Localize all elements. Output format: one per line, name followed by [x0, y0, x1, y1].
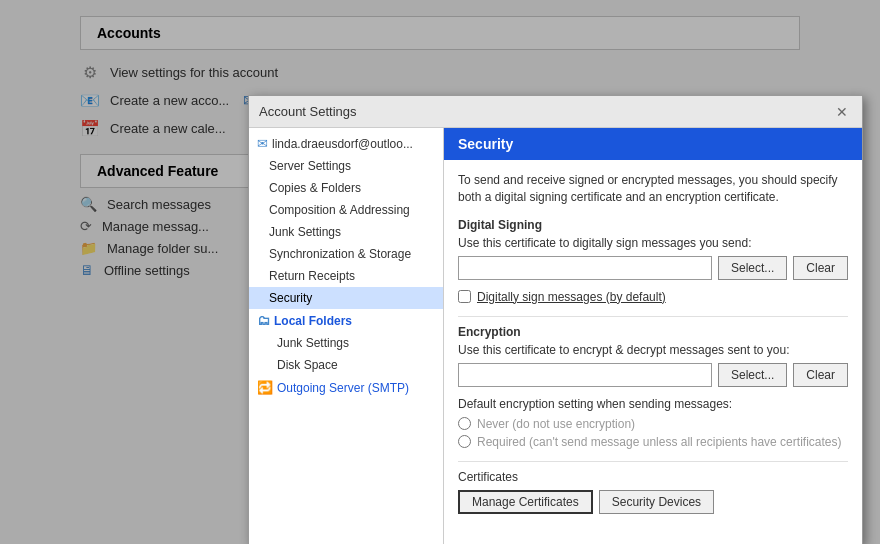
local-folder-icon: 🗂 [257, 313, 270, 328]
digital-signing-select-button[interactable]: Select... [718, 256, 787, 280]
divider2 [458, 461, 848, 462]
digital-signing-input[interactable] [458, 256, 712, 280]
sidebar-item-copies-folders[interactable]: Copies & Folders [249, 177, 443, 199]
digitally-sign-label: Digitally sign messages (by default) [477, 290, 666, 304]
content-panel: Security To send and receive signed or e… [444, 128, 862, 544]
sidebar-item-security[interactable]: Security [249, 287, 443, 309]
digital-signing-title: Digital Signing [458, 218, 848, 232]
digitally-sign-checkbox-row: Digitally sign messages (by default) [458, 290, 848, 304]
certificates-section-title: Certificates [458, 470, 848, 484]
digital-signing-clear-button[interactable]: Clear [793, 256, 848, 280]
close-button[interactable]: ✕ [832, 102, 852, 122]
dialog-body: ✉ linda.draeusdorf@outloo... Server Sett… [249, 128, 862, 544]
encryption-default-label: Default encryption setting when sending … [458, 397, 848, 411]
sidebar-item-junk[interactable]: Junk Settings [249, 221, 443, 243]
sidebar-local-folders[interactable]: 🗂 Local Folders [249, 309, 443, 332]
encryption-label: Use this certificate to encrypt & decryp… [458, 343, 848, 357]
sidebar-item-disk-space[interactable]: Disk Space [249, 354, 443, 376]
digital-signing-label: Use this certificate to digitally sign m… [458, 236, 848, 250]
security-devices-button[interactable]: Security Devices [599, 490, 714, 514]
encryption-title: Encryption [458, 325, 848, 339]
manage-certificates-button[interactable]: Manage Certificates [458, 490, 593, 514]
smtp-icon: 🔁 [257, 380, 273, 395]
sidebar-item-sync[interactable]: Synchronization & Storage [249, 243, 443, 265]
content-body: To send and receive signed or encrypted … [444, 160, 862, 544]
encryption-row: Select... Clear [458, 363, 848, 387]
account-settings-dialog: Account Settings ✕ ✉ linda.draeusdorf@ou… [248, 95, 863, 544]
dialog-title: Account Settings [259, 104, 357, 119]
content-header: Security [444, 128, 862, 160]
sidebar-item-smtp[interactable]: 🔁 Outgoing Server (SMTP) [249, 376, 443, 399]
required-radio-label: Required (can't send message unless all … [477, 435, 841, 449]
account-icon: ✉ [257, 136, 268, 151]
required-radio-row: Required (can't send message unless all … [458, 435, 848, 449]
account-sidebar: ✉ linda.draeusdorf@outloo... Server Sett… [249, 128, 444, 544]
certificates-buttons: Manage Certificates Security Devices [458, 490, 848, 514]
never-radio-label: Never (do not use encryption) [477, 417, 635, 431]
digital-signing-row: Select... Clear [458, 256, 848, 280]
digitally-sign-checkbox[interactable] [458, 290, 471, 303]
never-radio-row: Never (do not use encryption) [458, 417, 848, 431]
sidebar-account-header[interactable]: ✉ linda.draeusdorf@outloo... [249, 132, 443, 155]
sidebar-item-junk-settings[interactable]: Junk Settings [249, 332, 443, 354]
sidebar-item-receipts[interactable]: Return Receipts [249, 265, 443, 287]
divider [458, 316, 848, 317]
encryption-radio-group: Never (do not use encryption) Required (… [458, 417, 848, 449]
encryption-clear-button[interactable]: Clear [793, 363, 848, 387]
encryption-select-button[interactable]: Select... [718, 363, 787, 387]
dialog-titlebar: Account Settings ✕ [249, 96, 862, 128]
panel-title: Security [458, 136, 513, 152]
sidebar-item-composition[interactable]: Composition & Addressing [249, 199, 443, 221]
required-radio[interactable] [458, 435, 471, 448]
description-text: To send and receive signed or encrypted … [458, 172, 848, 206]
encryption-input[interactable] [458, 363, 712, 387]
never-radio[interactable] [458, 417, 471, 430]
sidebar-item-server-settings[interactable]: Server Settings [249, 155, 443, 177]
account-name: linda.draeusdorf@outloo... [272, 137, 413, 151]
